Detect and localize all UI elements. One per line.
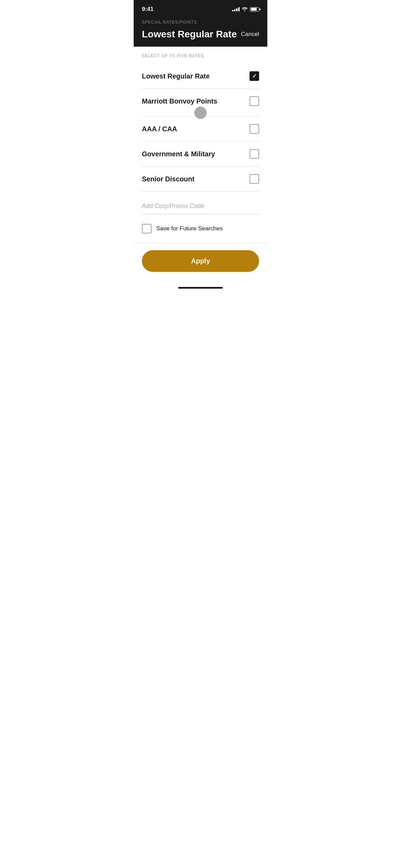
wifi-icon xyxy=(242,7,248,12)
scroll-indicator xyxy=(194,107,207,119)
apply-button[interactable]: Apply xyxy=(142,250,259,272)
checkbox-government-military[interactable] xyxy=(250,149,259,159)
rate-label-aaa-caa: AAA / CAA xyxy=(142,125,177,133)
save-section: Save for Future Searches xyxy=(134,214,267,243)
checkbox-lowest-regular[interactable]: ✓ xyxy=(250,71,259,81)
content: SELECT UP TO FIVE RATES Lowest Regular R… xyxy=(134,47,267,291)
rate-item-senior-discount[interactable]: Senior Discount xyxy=(142,167,259,192)
rate-item-marriott-bonvoy[interactable]: Marriott Bonvoy Points xyxy=(142,89,259,117)
checkbox-aaa-caa[interactable] xyxy=(250,124,259,134)
rate-list: Lowest Regular Rate ✓ Marriott Bonvoy Po… xyxy=(134,64,267,192)
rate-item-aaa-caa[interactable]: AAA / CAA xyxy=(142,117,259,142)
checkbox-marriott-bonvoy[interactable] xyxy=(250,96,259,106)
rate-label-senior-discount: Senior Discount xyxy=(142,175,194,183)
save-for-future-checkbox[interactable] xyxy=(142,224,151,233)
rates-section-label: SELECT UP TO FIVE RATES xyxy=(134,47,267,64)
status-icons xyxy=(232,7,259,12)
header-bottom: Lowest Regular Rate Cancel xyxy=(142,29,259,40)
save-label: Save for Future Searches xyxy=(156,225,223,232)
rate-item-government-military[interactable]: Government & Military xyxy=(142,142,259,167)
home-indicator xyxy=(134,284,267,291)
promo-code-input[interactable] xyxy=(142,200,259,214)
battery-icon xyxy=(250,7,259,12)
section-label-header: SPECIAL RATES/POINTS xyxy=(142,20,259,25)
checkmark-icon: ✓ xyxy=(252,73,257,79)
rate-label-marriott-bonvoy: Marriott Bonvoy Points xyxy=(142,97,217,105)
apply-section: Apply xyxy=(134,243,267,284)
header: SPECIAL RATES/POINTS Lowest Regular Rate… xyxy=(134,17,267,47)
status-bar: 9:41 xyxy=(134,0,267,17)
rate-item-lowest-regular[interactable]: Lowest Regular Rate ✓ xyxy=(142,64,259,89)
rate-label-government-military: Government & Military xyxy=(142,150,215,158)
signal-icon xyxy=(232,7,240,11)
status-time: 9:41 xyxy=(142,6,154,13)
checkbox-senior-discount[interactable] xyxy=(250,174,259,184)
home-bar xyxy=(178,287,223,289)
page-title: Lowest Regular Rate xyxy=(142,29,237,40)
cancel-button[interactable]: Cancel xyxy=(241,31,259,38)
rate-label-lowest-regular: Lowest Regular Rate xyxy=(142,72,210,80)
promo-section xyxy=(134,192,267,214)
